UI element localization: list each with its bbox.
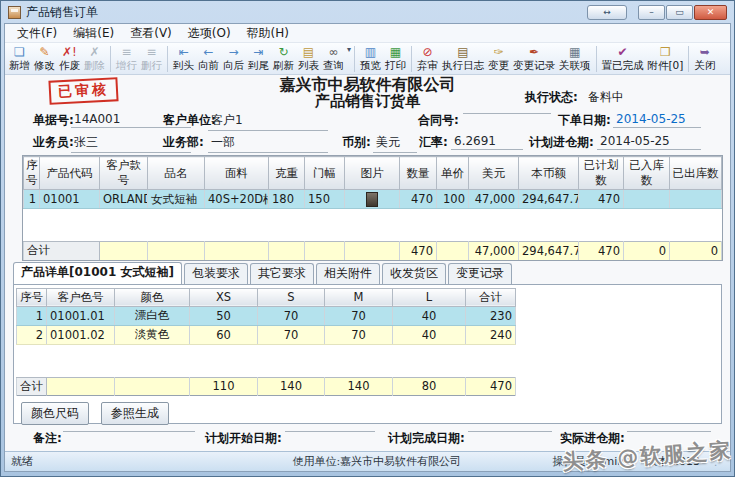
actual-in-field[interactable] [627,430,711,432]
refresh-icon: ↻ [278,46,288,59]
order-document: 已审核 嘉兴市中易软件有限公司 产品销售订货单 执行状态: 备料中 单据号: 1… [5,75,730,451]
first-record-button[interactable]: ⇤到头 [171,46,196,71]
print-button[interactable]: ▦打印 [383,46,408,71]
delete-button: ✗删除 [82,46,107,71]
minimize-button[interactable]: – [638,5,665,20]
color-row[interactable]: 2 01001.02 淡黄色 60 70 70 40 240 [17,325,516,344]
status-ready: 就绪 [11,454,201,469]
order-date-field[interactable]: 2014-05-25 [613,112,701,128]
exec-log-button[interactable]: ▤执行日志 [440,46,486,71]
refresh-button[interactable]: ↻刷新 [271,46,296,71]
unaudit-button[interactable]: ⊘弃审 [415,46,440,71]
set-complete-button[interactable]: ✔置已完成 [600,46,646,71]
column-header[interactable]: 门幅 [305,157,345,190]
currency-field[interactable]: 美元 [373,134,417,153]
ref-generate-button[interactable]: 参照生成 [101,402,169,425]
arrow-right-icon: → [228,46,238,59]
column-header[interactable]: 颜色 [115,288,190,306]
menu-options[interactable]: 选项(O) [180,24,239,43]
tab-product-detail[interactable]: 产品详单[01001 女式短袖] [13,262,182,284]
delete-row-button: ≡删行 [139,46,164,71]
unaudit-stamp-icon: ⊘ [422,46,432,59]
restore-position-button[interactable]: ↔ [587,5,627,20]
chevron-down-icon[interactable]: ▾ [347,45,351,54]
attachment-button[interactable]: ❒附件[0] [646,46,686,71]
tab-change-log[interactable]: 变更记录 [448,263,512,284]
app-icon [8,6,21,19]
change-button[interactable]: ✑变更 [486,46,511,71]
column-header[interactable]: 单价 [437,157,469,190]
column-header[interactable]: 客户款号 [100,157,148,190]
menu-file[interactable]: 文件(F) [9,24,65,43]
column-header[interactable]: 序号 [17,288,47,306]
toolbar: ❏新增 ✎修改 ✗!作废 ✗删除 ≡增行 ≡删行 ⇤到头 ←向前 →向后 ⇥到尾… [5,43,730,75]
tab-other-requirements[interactable]: 其它要求 [250,263,314,284]
add-row-icon: ≡ [121,46,131,59]
column-header[interactable]: L [393,288,466,306]
column-header[interactable]: 客户色号 [47,288,115,306]
last-record-button[interactable]: ⇥到尾 [246,46,271,71]
menu-view[interactable]: 查看(V) [122,24,180,43]
list-icon: ▤ [303,46,314,59]
column-header[interactable]: XS [190,288,258,306]
tab-packing[interactable]: 包装要求 [184,263,248,284]
column-header[interactable]: 品名 [148,157,205,190]
related-grid-icon: ▦ [569,46,580,59]
column-header[interactable]: 已入库数 [624,157,670,190]
customer-field[interactable]: 客户1 [208,112,328,131]
void-button[interactable]: ✗!作废 [57,46,82,71]
column-header[interactable]: 本币额 [519,157,579,190]
contract-no-field[interactable] [463,112,551,114]
remark-field[interactable] [63,430,195,432]
column-header[interactable]: 合计 [466,288,516,306]
related-items-button[interactable]: ▦关联项 [557,46,593,71]
column-header[interactable]: 产品代码 [40,157,100,190]
detail-tabs: 产品详单[01001 女式短袖] 包装要求 其它要求 相关附件 收发货区 变更记… [13,266,730,284]
column-header[interactable]: 数量 [400,157,437,190]
tab-shipping-area[interactable]: 收发货区 [382,263,446,284]
column-header[interactable]: 图片 [345,157,400,190]
column-header[interactable]: 面料 [205,157,269,190]
list-button[interactable]: ▤列表 [296,46,321,71]
column-header[interactable]: 克重 [269,157,305,190]
grid-empty-area [23,209,722,241]
preview-button[interactable]: ▥预览 [358,46,383,71]
product-row-selected[interactable]: 1 01001 ORLANDO 女式短袖 40S+20D棉氨纶 180 150 … [24,190,722,209]
column-header[interactable]: 序号 [24,157,40,190]
plan-in-date-field[interactable]: 2014-05-25 [597,134,701,150]
product-photo-thumbnail[interactable] [366,192,378,207]
product-grid-header: 序号 产品代码 客户款号 品名 面料 克重 门幅 图片 数量 单价 美元 本币额… [24,157,722,190]
menu-help[interactable]: 帮助(H) [239,24,297,43]
tab-attachments[interactable]: 相关附件 [316,263,380,284]
dept-field[interactable]: 一部 [208,134,328,153]
modify-button[interactable]: ✎修改 [32,46,57,71]
close-window-button[interactable]: ➥关闭 [692,46,717,71]
prev-record-button[interactable]: ←向前 [196,46,221,71]
exec-status: 执行状态: 备料中 [525,89,624,106]
title-bar[interactable]: 产品销售订单 ↔ – ▭ ✕ [4,1,731,23]
column-header[interactable]: 已出库数 [670,157,722,190]
menu-edit[interactable]: 编辑(E) [65,24,122,43]
change-log-button[interactable]: ✒变更记录 [511,46,557,71]
new-button[interactable]: ❏新增 [7,46,32,71]
column-header[interactable]: 已计划数 [579,157,624,190]
totals-label: 合计 [24,242,100,260]
maximize-icon: ▭ [675,7,684,17]
product-grid: 序号 产品代码 客户款号 品名 面料 克重 门幅 图片 数量 单价 美元 本币额… [22,155,723,261]
column-header[interactable]: 美元 [469,157,519,190]
next-record-button[interactable]: →向后 [221,46,246,71]
maximize-button[interactable]: ▭ [666,5,693,20]
client-area: 文件(F) 编辑(E) 查看(V) 选项(O) 帮助(H) ❏新增 ✎修改 ✗!… [4,23,731,472]
color-row-selected[interactable]: 1 01001.01 漂白色 50 70 70 40 230 [17,306,516,325]
toolbar-separator [110,46,111,72]
plan-start-field[interactable] [285,430,375,432]
new-document-icon: ❏ [14,46,25,59]
color-size-button[interactable]: 颜色尺码 [21,402,89,425]
column-header[interactable]: S [258,288,325,306]
log-document-icon: ▤ [457,46,468,59]
plan-finish-field[interactable] [468,430,552,432]
exchange-rate-field[interactable]: 6.2691 [451,134,523,150]
close-button[interactable]: ✕ [694,5,727,20]
query-button[interactable]: ∞查询 [321,46,346,71]
column-header[interactable]: M [325,288,393,306]
